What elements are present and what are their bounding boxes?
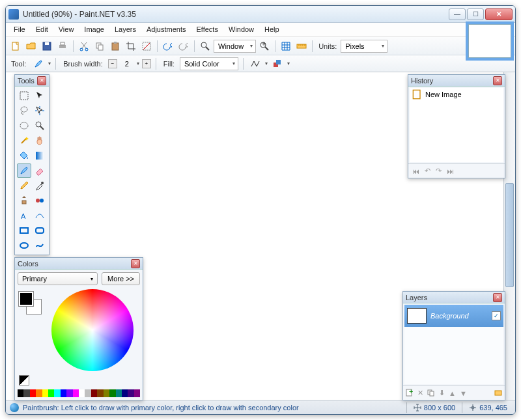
tool-paint-bucket[interactable] — [17, 148, 31, 163]
color-palette[interactable] — [18, 389, 140, 397]
zoom-in-button[interactable]: + — [257, 39, 272, 53]
palette-cell[interactable] — [42, 389, 48, 397]
tool-rounded-rect[interactable] — [33, 223, 47, 238]
color-selector-dropdown[interactable]: Primary — [18, 272, 98, 285]
tool-eraser[interactable] — [33, 163, 47, 178]
redo-button[interactable] — [176, 39, 191, 53]
layers-panel[interactable]: Layers Background ✓ + ✕ ⬇ ▲ ▼ — [402, 291, 505, 400]
antialias-button[interactable] — [248, 57, 262, 71]
new-file-button[interactable] — [8, 39, 23, 53]
deselect-button[interactable] — [139, 39, 154, 53]
history-undo-button[interactable]: ↶ — [425, 167, 430, 175]
colors-panel[interactable]: Colors Primary More >> — [14, 257, 143, 400]
history-item[interactable]: New Image — [410, 88, 503, 101]
palette-cell[interactable] — [30, 389, 36, 397]
scrollbar-thumb[interactable] — [505, 183, 514, 287]
tool-rectangle[interactable] — [17, 223, 31, 238]
menu-adjustments[interactable]: Adjustments — [141, 23, 191, 36]
layer-visibility-checkbox[interactable]: ✓ — [492, 311, 501, 320]
brush-width-inc[interactable]: + — [142, 59, 151, 68]
undo-button[interactable] — [161, 39, 175, 53]
ruler-button[interactable] — [294, 39, 309, 53]
layers-panel-close[interactable] — [493, 293, 502, 302]
history-list[interactable]: New Image — [410, 88, 503, 162]
layer-duplicate-button[interactable] — [427, 389, 435, 398]
palette-cell[interactable] — [85, 389, 91, 397]
open-file-button[interactable] — [24, 39, 38, 53]
palette-cell[interactable] — [66, 389, 72, 397]
tool-recolor[interactable] — [33, 193, 47, 208]
palette-cell[interactable] — [79, 389, 85, 397]
tool-paintbrush[interactable] — [17, 163, 31, 178]
copy-button[interactable] — [92, 39, 107, 53]
history-panel[interactable]: History New Image ⏮ ↶ ↷ ⏭ — [408, 74, 505, 178]
menu-file[interactable]: File — [8, 23, 31, 36]
layer-up-button[interactable]: ▲ — [449, 389, 456, 397]
document-thumbnail[interactable] — [468, 24, 511, 58]
palette-cell[interactable] — [109, 389, 115, 397]
menu-window[interactable]: Window — [223, 23, 259, 36]
primary-color-swatch[interactable] — [19, 292, 33, 306]
grid-button[interactable] — [279, 39, 293, 53]
palette-cell[interactable] — [91, 389, 97, 397]
fill-dropdown[interactable]: Solid Color — [180, 57, 238, 70]
layer-merge-button[interactable]: ⬇ — [439, 389, 445, 397]
tool-gradient[interactable] — [33, 148, 47, 163]
layer-delete-button[interactable]: ✕ — [417, 389, 423, 397]
tool-text[interactable]: A — [17, 208, 31, 223]
paste-button[interactable] — [108, 39, 122, 53]
tool-line[interactable] — [33, 208, 47, 223]
layer-down-button[interactable]: ▼ — [460, 389, 467, 397]
tool-rect-select[interactable] — [17, 89, 31, 103]
palette-cell[interactable] — [104, 389, 109, 397]
blend-button[interactable] — [270, 57, 285, 71]
palette-cell[interactable] — [18, 389, 23, 397]
tool-ellipse[interactable] — [17, 238, 31, 253]
save-button[interactable] — [40, 39, 54, 53]
maximize-button[interactable] — [467, 8, 484, 20]
tool-move-selection[interactable] — [33, 89, 47, 103]
tool-move-pixels[interactable] — [33, 104, 47, 118]
colors-panel-close[interactable] — [131, 259, 140, 268]
zoom-dropdown-icon[interactable] — [198, 39, 212, 53]
brush-width-dec[interactable]: − — [108, 59, 117, 68]
layers-list[interactable]: Background ✓ — [404, 305, 503, 384]
close-button[interactable] — [485, 8, 513, 20]
print-button[interactable] — [55, 39, 70, 53]
menu-edit[interactable]: Edit — [31, 23, 53, 36]
history-panel-close[interactable] — [493, 76, 502, 85]
crop-button[interactable] — [124, 39, 138, 53]
palette-cell[interactable] — [128, 389, 134, 397]
layer-add-button[interactable]: + — [406, 389, 414, 398]
tool-clone-stamp[interactable] — [17, 193, 31, 208]
palette-cell[interactable] — [97, 389, 103, 397]
layer-properties-button[interactable] — [494, 389, 502, 398]
history-redo-button[interactable]: ↷ — [436, 167, 442, 175]
menu-help[interactable]: Help — [259, 23, 285, 36]
tool-freeform[interactable] — [33, 238, 47, 253]
palette-cell[interactable] — [116, 389, 122, 397]
minimize-button[interactable] — [449, 8, 466, 20]
menu-layers[interactable]: Layers — [109, 23, 141, 36]
palette-cell[interactable] — [61, 389, 66, 397]
palette-cell[interactable] — [23, 389, 29, 397]
tools-panel-close[interactable] — [37, 76, 46, 85]
tool-magic-wand[interactable] — [17, 133, 31, 148]
zoom-mode-dropdown[interactable]: Window — [214, 40, 256, 53]
layer-row[interactable]: Background ✓ — [404, 305, 503, 327]
colors-more-button[interactable]: More >> — [102, 272, 140, 285]
history-ffwd-button[interactable]: ⏭ — [447, 167, 454, 175]
tool-lasso[interactable] — [17, 104, 31, 118]
palette-cell[interactable] — [48, 389, 54, 397]
menu-view[interactable]: View — [53, 23, 79, 36]
menu-image[interactable]: Image — [79, 23, 109, 36]
cut-button[interactable] — [77, 39, 91, 53]
palette-cell[interactable] — [73, 389, 79, 397]
palette-cell[interactable] — [134, 389, 140, 397]
tool-pan[interactable] — [33, 133, 47, 148]
tool-zoom[interactable] — [33, 119, 47, 133]
color-swatches[interactable] — [19, 292, 45, 318]
titlebar[interactable]: Untitled (90%) - Paint.NET v3.35 — [6, 6, 515, 23]
menu-effects[interactable]: Effects — [191, 23, 223, 36]
tools-panel[interactable]: Tools A — [14, 74, 49, 255]
